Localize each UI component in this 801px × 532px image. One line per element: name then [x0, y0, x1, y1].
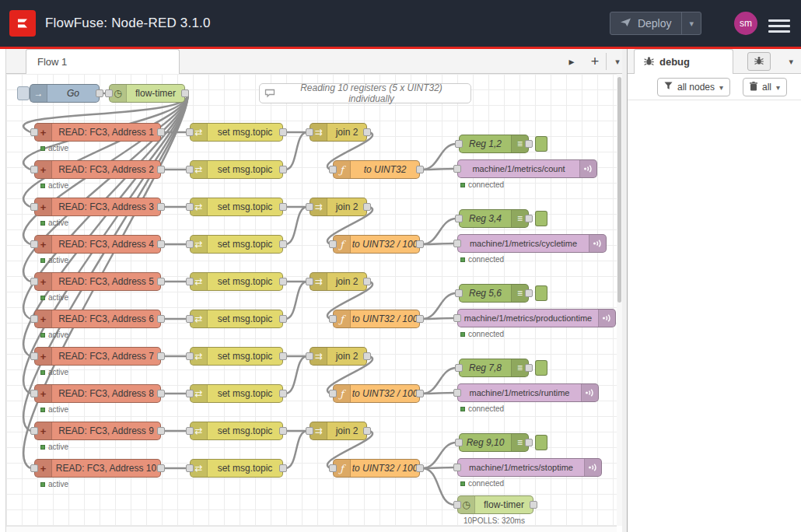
node-modbus-read-2[interactable]: +READ: FC3, Address 2	[34, 160, 161, 179]
node-change-4[interactable]: ⇄set msg.topic	[190, 235, 283, 254]
output-port[interactable]	[157, 240, 165, 248]
node-modbus-read-7[interactable]: +READ: FC3, Address 7	[34, 347, 161, 366]
input-port[interactable]	[329, 240, 337, 248]
node-mqtt-4[interactable]: machine/1/metrics/runtime	[457, 383, 599, 402]
input-port[interactable]	[329, 464, 337, 472]
input-port[interactable]	[186, 203, 194, 211]
input-port[interactable]	[30, 128, 38, 136]
node-change-9[interactable]: ⇄set msg.topic	[190, 422, 283, 440]
inject-trigger-button[interactable]	[17, 86, 30, 100]
debug-message-list[interactable]	[628, 100, 801, 532]
output-port[interactable]	[530, 501, 537, 509]
node-change-1[interactable]: ⇄set msg.topic	[190, 123, 283, 142]
node-mqtt-2[interactable]: machine/1/metrics/cycletime	[457, 234, 607, 253]
node-join-5[interactable]: ⇉join 2	[310, 422, 367, 440]
input-port[interactable]	[453, 389, 461, 397]
play-button[interactable]: ▸	[560, 49, 583, 74]
node-modbus-read-10[interactable]: +READ: FC3, Address 10	[34, 459, 161, 478]
node-comment[interactable]: Reading 10 registers (5 x UINT32) indivi…	[259, 83, 471, 103]
output-port[interactable]	[525, 140, 533, 148]
input-port[interactable]	[186, 390, 194, 397]
wire[interactable]	[422, 144, 456, 170]
input-port[interactable]	[453, 501, 461, 509]
node-change-5[interactable]: ⇄set msg.topic	[190, 272, 283, 291]
sidebar-tabs-caret-icon[interactable]: ▾	[789, 49, 793, 74]
node-link-5[interactable]	[535, 435, 547, 450]
output-port[interactable]	[157, 315, 165, 323]
input-port[interactable]	[30, 390, 38, 397]
input-port[interactable]	[455, 289, 463, 297]
input-port[interactable]	[105, 89, 113, 97]
input-port[interactable]	[455, 215, 463, 222]
output-port[interactable]	[416, 166, 424, 173]
input-port[interactable]	[453, 240, 461, 247]
wire[interactable]	[285, 132, 307, 170]
node-inject[interactable]: → Go	[30, 84, 100, 103]
output-port[interactable]	[525, 364, 533, 372]
node-modbus-read-9[interactable]: +READ: FC3, Address 9	[34, 422, 161, 440]
input-port[interactable]	[30, 240, 38, 248]
debug-node-filter-dropdown[interactable]: all nodes ▾	[657, 78, 730, 96]
input-port[interactable]	[306, 352, 313, 360]
input-port[interactable]	[455, 140, 463, 148]
input-port[interactable]	[453, 314, 461, 322]
output-port[interactable]	[181, 89, 189, 97]
input-port[interactable]	[306, 128, 313, 136]
flow-canvas[interactable]: → Go ◷ flow-timer Reading 10 registers (…	[6, 74, 617, 526]
node-change-2[interactable]: ⇄set msg.topic	[190, 160, 283, 179]
debug-sidebar-toggle-button[interactable]	[747, 52, 771, 71]
deploy-button[interactable]: Deploy ▾	[610, 12, 701, 35]
output-port[interactable]	[525, 289, 533, 297]
main-menu-button[interactable]	[768, 16, 790, 36]
node-change-3[interactable]: ⇄set msg.topic	[190, 198, 283, 216]
wire[interactable]	[422, 443, 456, 468]
node-mqtt-3[interactable]: machine/1/metrics/productiontime	[457, 309, 616, 327]
input-port[interactable]	[306, 427, 313, 435]
input-port[interactable]	[30, 427, 38, 435]
output-port[interactable]	[157, 464, 165, 472]
output-port[interactable]	[157, 427, 165, 435]
node-function-2[interactable]: ƒto UINT32 / 100	[333, 235, 420, 254]
node-modbus-read-8[interactable]: +READ: FC3, Address 8	[34, 384, 161, 403]
wire[interactable]	[285, 207, 307, 244]
output-port[interactable]	[157, 352, 165, 360]
node-register-5[interactable]: Reg 9,10≡	[459, 433, 529, 452]
input-port[interactable]	[30, 464, 38, 472]
input-port[interactable]	[455, 439, 463, 446]
add-flow-button[interactable]: +	[585, 49, 605, 74]
tab-debug[interactable]: debug	[634, 49, 733, 74]
wire[interactable]	[285, 431, 307, 468]
output-port[interactable]	[363, 352, 371, 360]
node-join-2[interactable]: ⇉join 2	[310, 198, 367, 216]
node-function-5[interactable]: ƒto UINT32 / 100	[333, 459, 420, 478]
input-port[interactable]	[329, 390, 337, 397]
input-port[interactable]	[30, 315, 38, 323]
node-function-1[interactable]: ƒto UINT32	[333, 160, 420, 179]
node-modbus-read-3[interactable]: +READ: FC3, Address 3	[34, 198, 161, 216]
output-port[interactable]	[525, 439, 533, 446]
output-port[interactable]	[157, 390, 165, 397]
node-mqtt-1[interactable]: machine/1/metrics/count	[457, 159, 597, 178]
output-port[interactable]	[416, 390, 424, 397]
output-port[interactable]	[363, 128, 371, 136]
node-flow-timer-bottom[interactable]: ◷ flow-timer	[457, 495, 533, 514]
input-port[interactable]	[453, 165, 461, 173]
input-port[interactable]	[186, 427, 194, 435]
debug-clear-dropdown[interactable]: all ▾	[743, 78, 787, 96]
node-join-3[interactable]: ⇉join 2	[310, 272, 367, 291]
output-port[interactable]	[157, 203, 165, 211]
output-port[interactable]	[279, 240, 287, 248]
input-port[interactable]	[30, 166, 38, 173]
flowfuse-logo-icon[interactable]	[9, 10, 36, 37]
output-port[interactable]	[279, 315, 287, 323]
tab-flow1[interactable]: Flow 1	[26, 49, 180, 74]
output-port[interactable]	[279, 278, 287, 285]
node-join-1[interactable]: ⇉join 2	[310, 123, 367, 142]
wire[interactable]	[285, 282, 307, 319]
input-port[interactable]	[306, 203, 313, 211]
output-port[interactable]	[363, 203, 371, 211]
output-port[interactable]	[279, 464, 287, 472]
node-change-6[interactable]: ⇄set msg.topic	[190, 310, 283, 328]
wire[interactable]	[422, 468, 455, 505]
node-mqtt-5[interactable]: machine/1/metrics/stoptime	[457, 458, 602, 477]
